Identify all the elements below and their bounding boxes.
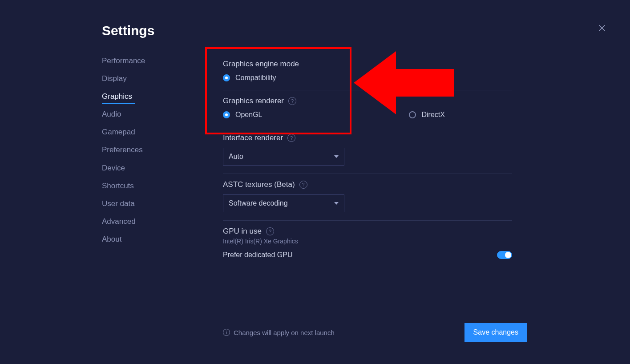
gpu-label: GPU in use [223, 227, 262, 236]
save-changes-button[interactable]: Save changes [464, 323, 527, 342]
footer: i Changes will apply on next launch Save… [223, 323, 527, 342]
sidebar-item-advanced[interactable]: Advanced [102, 217, 145, 226]
prefer-gpu-toggle[interactable] [497, 251, 512, 259]
sidebar-item-audio[interactable]: Audio [102, 109, 145, 119]
settings-content: Graphics engine mode Compatibility Graph… [223, 53, 512, 267]
radio-compatibility[interactable]: Compatibility [223, 74, 276, 82]
radio-compatibility-label: Compatibility [235, 74, 276, 82]
interface-renderer-label: Interface renderer [223, 133, 283, 142]
sidebar-item-display[interactable]: Display [102, 74, 145, 84]
close-button[interactable] [595, 21, 609, 35]
radio-opengl-label: OpenGL [235, 111, 262, 119]
page-title: Settings [102, 23, 154, 38]
toggle-knob-icon [505, 252, 511, 258]
radio-on-icon [223, 111, 230, 118]
sidebar-item-performance[interactable]: Performance [102, 56, 145, 66]
sidebar-item-shortcuts[interactable]: Shortcuts [102, 181, 145, 191]
interface-renderer-select[interactable]: Auto [223, 148, 344, 166]
sidebar-item-graphics[interactable]: Graphics [102, 92, 145, 101]
astc-label: ASTC textures (Beta) [223, 180, 295, 189]
group-engine-mode: Graphics engine mode Compatibility [223, 53, 512, 90]
radio-opengl[interactable]: OpenGL [223, 111, 262, 119]
sidebar-item-about[interactable]: About [102, 235, 145, 244]
radio-off-icon [409, 111, 416, 118]
engine-mode-label: Graphics engine mode [223, 60, 299, 69]
group-astc: ASTC textures (Beta) ? Software decoding [223, 174, 512, 221]
help-icon[interactable]: ? [288, 97, 296, 105]
radio-on-icon [223, 74, 230, 81]
renderer-label: Graphics renderer [223, 97, 284, 105]
prefer-gpu-label: Prefer dedicated GPU [223, 251, 293, 259]
apply-note: i Changes will apply on next launch [223, 329, 335, 336]
help-icon[interactable]: ? [266, 227, 274, 235]
chevron-down-icon [334, 202, 339, 205]
apply-note-text: Changes will apply on next launch [234, 329, 335, 336]
interface-renderer-value: Auto [229, 153, 243, 161]
astc-select[interactable]: Software decoding [223, 194, 344, 212]
settings-sidebar: Performance Display Graphics Audio Gamep… [102, 56, 145, 244]
radio-directx-label: DirectX [421, 111, 444, 119]
group-gpu: GPU in use ? Intel(R) Iris(R) Xe Graphic… [223, 221, 512, 267]
sidebar-item-preferences[interactable]: Preferences [102, 145, 145, 155]
sidebar-item-user-data[interactable]: User data [102, 199, 145, 209]
astc-value: Software decoding [229, 199, 288, 207]
sidebar-item-gamepad[interactable]: Gamepad [102, 127, 145, 137]
group-interface-renderer: Interface renderer ? Auto [223, 127, 512, 174]
chevron-down-icon [334, 155, 339, 158]
group-graphics-renderer: Graphics renderer ? OpenGL DirectX [223, 90, 512, 127]
sidebar-item-device[interactable]: Device [102, 163, 145, 173]
close-icon [597, 23, 607, 33]
gpu-value: Intel(R) Iris(R) Xe Graphics [223, 238, 512, 245]
help-icon[interactable]: ? [287, 134, 295, 142]
info-icon: i [223, 329, 230, 336]
radio-directx[interactable]: DirectX [409, 111, 444, 119]
help-icon[interactable]: ? [299, 181, 307, 189]
